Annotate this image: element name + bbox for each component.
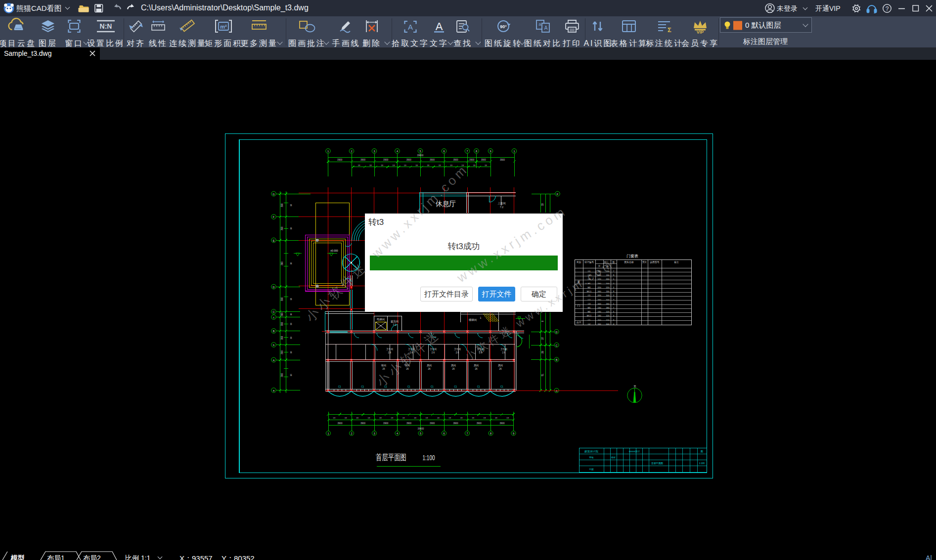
svg-text:19: 19 bbox=[427, 164, 429, 167]
svg-text:19: 19 bbox=[460, 417, 463, 419]
svg-text:C2: C2 bbox=[588, 274, 591, 276]
svg-text:M2: M2 bbox=[587, 310, 591, 313]
svg-text:页次: 页次 bbox=[642, 260, 647, 263]
svg-text:390: 390 bbox=[281, 226, 283, 230]
svg-text:6: 6 bbox=[443, 150, 445, 153]
svg-text:39: 39 bbox=[290, 323, 292, 325]
svg-text:19: 19 bbox=[358, 164, 360, 167]
svg-text:北: 北 bbox=[634, 385, 636, 388]
svg-text:19: 19 bbox=[485, 164, 487, 167]
svg-text:390: 390 bbox=[281, 261, 283, 265]
svg-text:7.2: 7.2 bbox=[500, 206, 503, 209]
svg-text:130: 130 bbox=[598, 310, 602, 313]
svg-text:160: 160 bbox=[598, 290, 602, 293]
svg-text:楼梯间: 楼梯间 bbox=[469, 318, 477, 322]
svg-text:C1: C1 bbox=[588, 270, 591, 272]
svg-text:3900: 3900 bbox=[453, 422, 458, 425]
svg-text:MC1: MC1 bbox=[587, 290, 592, 293]
svg-text:c: c bbox=[273, 316, 274, 319]
svg-text:39600: 39600 bbox=[417, 154, 424, 157]
svg-text:19: 19 bbox=[506, 417, 509, 419]
svg-text:M1: M1 bbox=[587, 306, 591, 309]
svg-text:C1: C1 bbox=[361, 386, 364, 388]
svg-text:喷间: 喷间 bbox=[381, 364, 386, 367]
svg-text:4: 4 bbox=[397, 150, 398, 153]
svg-text:26: 26 bbox=[428, 368, 431, 370]
svg-text:19: 19 bbox=[356, 417, 358, 419]
svg-text:D: D bbox=[556, 331, 558, 334]
svg-text:C2: C2 bbox=[588, 299, 591, 301]
svg-text:110: 110 bbox=[598, 323, 601, 325]
svg-text:首层平面图: 首层平面图 bbox=[376, 453, 406, 462]
svg-text:C1: C1 bbox=[454, 386, 457, 388]
svg-text:39: 39 bbox=[290, 262, 292, 264]
svg-text:190: 190 bbox=[598, 270, 602, 272]
svg-text:3900: 3900 bbox=[453, 159, 458, 161]
svg-text:卫生间: 卫生间 bbox=[386, 347, 393, 351]
svg-text:19: 19 bbox=[473, 164, 476, 167]
svg-text:2: 2 bbox=[351, 432, 352, 435]
svg-text:图: 图 bbox=[701, 450, 703, 453]
svg-text:160: 160 bbox=[598, 299, 602, 301]
svg-text:110: 110 bbox=[606, 290, 610, 293]
svg-text:8: 8 bbox=[476, 150, 477, 153]
svg-text:140: 140 bbox=[598, 314, 602, 317]
svg-text:卫生间: 卫生间 bbox=[430, 347, 437, 351]
svg-text:宽: 宽 bbox=[598, 265, 601, 267]
svg-text:3900: 3900 bbox=[383, 159, 389, 161]
svg-text:19: 19 bbox=[391, 417, 393, 419]
svg-text:2.6: 2.6 bbox=[479, 351, 483, 354]
svg-text:19: 19 bbox=[495, 417, 497, 419]
svg-text:房间: 房间 bbox=[427, 364, 432, 367]
svg-text:390: 390 bbox=[281, 297, 283, 301]
svg-text:26: 26 bbox=[475, 368, 478, 370]
svg-text:39600: 39600 bbox=[418, 428, 424, 430]
svg-text:130: 130 bbox=[598, 306, 602, 309]
svg-text:19: 19 bbox=[448, 417, 451, 419]
svg-text:A: A bbox=[273, 359, 275, 362]
svg-text:2.6: 2.6 bbox=[502, 351, 506, 354]
svg-text:喷间: 喷间 bbox=[405, 364, 410, 367]
svg-text:门: 门 bbox=[578, 304, 580, 307]
svg-text:390: 390 bbox=[281, 312, 283, 316]
svg-text:4: 4 bbox=[397, 432, 398, 435]
svg-text:19: 19 bbox=[369, 164, 372, 167]
svg-text:120: 120 bbox=[606, 310, 610, 313]
svg-text:b: b bbox=[273, 344, 274, 346]
svg-text:220: 220 bbox=[598, 294, 602, 297]
svg-text:19: 19 bbox=[393, 164, 395, 167]
svg-text:C2: C2 bbox=[588, 323, 591, 325]
svg-text:19: 19 bbox=[461, 164, 464, 167]
svg-text:19: 19 bbox=[402, 417, 405, 419]
svg-text:C1: C1 bbox=[500, 386, 503, 388]
svg-text:1: 1 bbox=[513, 150, 515, 153]
svg-text:B: B bbox=[273, 330, 275, 333]
svg-text:3900: 3900 bbox=[500, 159, 505, 161]
svg-text:审核: 审核 bbox=[589, 456, 594, 459]
svg-text:房间: 房间 bbox=[451, 364, 456, 367]
svg-text:130: 130 bbox=[606, 270, 610, 272]
svg-text:390: 390 bbox=[281, 350, 283, 354]
svg-text:3900: 3900 bbox=[430, 159, 435, 161]
svg-text:19: 19 bbox=[414, 417, 416, 419]
svg-text:3900: 3900 bbox=[499, 422, 505, 425]
svg-text:27: 27 bbox=[541, 337, 544, 340]
svg-text:39: 39 bbox=[290, 227, 292, 229]
svg-text:26: 26 bbox=[452, 368, 455, 370]
svg-text:xxxxx设计: xxxxx设计 bbox=[629, 450, 640, 453]
svg-text:选用型号: 选用型号 bbox=[650, 260, 659, 264]
svg-text:3900: 3900 bbox=[383, 422, 389, 425]
svg-text:100: 100 bbox=[598, 302, 602, 305]
svg-text:100: 100 bbox=[606, 323, 610, 325]
svg-text:C1: C1 bbox=[407, 386, 410, 388]
svg-text:校对: 校对 bbox=[611, 456, 616, 459]
svg-text:3: 3 bbox=[373, 432, 375, 435]
svg-text:200: 200 bbox=[598, 319, 602, 321]
svg-text:1: 1 bbox=[327, 432, 329, 435]
svg-text:220: 220 bbox=[606, 286, 610, 289]
svg-text:卫生间: 卫生间 bbox=[454, 347, 461, 351]
svg-text:2.6: 2.6 bbox=[456, 351, 459, 354]
svg-text:19: 19 bbox=[333, 417, 335, 419]
svg-text:100: 100 bbox=[606, 299, 610, 301]
svg-text:首层平面图: 首层平面图 bbox=[651, 462, 663, 465]
